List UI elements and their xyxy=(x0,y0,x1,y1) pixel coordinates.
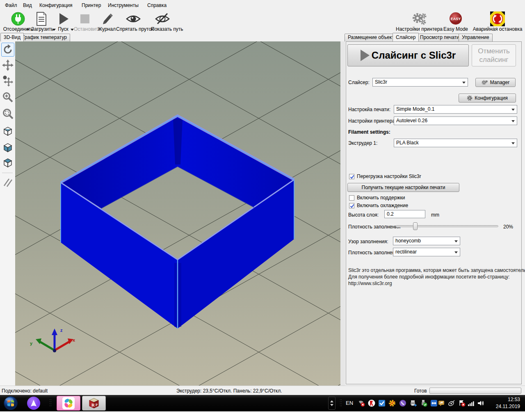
chevron-down-icon xyxy=(511,120,515,122)
tray-teamviewer-icon[interactable] xyxy=(430,399,438,407)
move-icon[interactable] xyxy=(1,58,14,72)
menu-config[interactable]: Конфигурация xyxy=(38,2,74,9)
filament-settings-heading: Filament settings: xyxy=(348,129,390,135)
chevron-down-icon xyxy=(454,251,458,253)
tray-device-blocked-icon[interactable] xyxy=(358,399,365,407)
zoom-in-icon[interactable] xyxy=(1,90,14,104)
3d-viewport[interactable]: x y z xyxy=(15,41,340,386)
menu-file[interactable]: Файл xyxy=(3,2,19,9)
slicer-panel: Слайсинг с Slic3r Отменить слайсинг Слай… xyxy=(345,41,525,386)
svg-text:z: z xyxy=(60,328,63,333)
document-icon xyxy=(35,11,48,26)
progress-bar xyxy=(429,388,521,394)
menu-help[interactable]: Справка xyxy=(146,2,168,9)
clock-time: 12:53 xyxy=(496,396,520,403)
fetch-print-settings-button[interactable]: Получить текущие настройки печати xyxy=(347,183,459,192)
view-iso-icon[interactable] xyxy=(1,124,14,138)
svg-text:EASY: EASY xyxy=(451,17,461,21)
override-slic3r-checkbox[interactable]: Перегрузка настройки Slic3r xyxy=(349,173,421,179)
tab-3d-view[interactable]: 3D-Вид xyxy=(0,33,24,41)
zoom-fit-icon[interactable] xyxy=(1,107,14,121)
load-button[interactable]: Загрузить xyxy=(31,11,52,32)
view-tool-strip xyxy=(0,41,15,386)
tray-network-error-icon[interactable] xyxy=(458,399,466,407)
tray-scroll-buttons[interactable] xyxy=(328,397,336,410)
tray-printer-share-icon[interactable] xyxy=(410,399,417,407)
slice-button[interactable]: Слайсинг с Slic3r xyxy=(347,44,469,66)
slice-play-icon xyxy=(361,50,370,61)
tab-manual-control[interactable]: Управление xyxy=(459,34,493,41)
view-top-icon[interactable] xyxy=(1,156,14,170)
tray-usb-safe-icon[interactable] xyxy=(420,399,427,407)
show-travel-button[interactable]: Показать путь xyxy=(151,11,174,32)
disconnect-button[interactable]: Отсоединить xyxy=(1,11,35,32)
taskbar-clock[interactable]: 12:53 24.11.2019 xyxy=(496,396,520,410)
infill-density-value: 20% xyxy=(503,224,513,230)
cancel-slice-button[interactable]: Отменить слайсинг xyxy=(472,44,516,66)
layer-height-input[interactable] xyxy=(384,210,425,218)
windows-start-icon xyxy=(3,396,18,411)
solid-pattern-select[interactable]: rectilinear xyxy=(393,248,460,256)
tray-chat-icon[interactable] xyxy=(438,399,445,407)
tray-volume-icon[interactable] xyxy=(477,399,484,407)
pinned-app-button[interactable] xyxy=(57,396,80,411)
printer-settings-button[interactable]: Настройки принтера xyxy=(392,11,446,32)
bottom-blank-strip xyxy=(0,411,525,420)
start-dropdown-arrow[interactable] xyxy=(71,29,74,31)
clock-date: 24.11.2019 xyxy=(496,403,520,410)
start-menu-button[interactable] xyxy=(2,396,19,411)
disconnect-dropdown-arrow[interactable] xyxy=(26,29,30,31)
emergency-stop-button[interactable]: Аварийная остановка xyxy=(471,11,524,32)
stop-button[interactable]: Остановить xyxy=(74,11,96,32)
tray-grip[interactable] xyxy=(340,399,342,408)
manager-button[interactable]: Manager xyxy=(475,78,516,87)
view-front-icon[interactable] xyxy=(1,141,14,155)
tab-slicer[interactable]: Слайсер xyxy=(393,33,419,41)
enable-supports-checkbox[interactable]: Включить поддержки xyxy=(349,195,405,201)
hide-filament-button[interactable]: Спрятать пруток xyxy=(116,11,151,32)
chevron-down-icon xyxy=(511,142,515,144)
move-object-icon[interactable] xyxy=(1,74,14,88)
yandex-alice-button[interactable] xyxy=(25,396,42,411)
infill-pattern-select[interactable]: honeycomb xyxy=(393,237,460,245)
tray-satellite-icon[interactable] xyxy=(448,399,455,407)
menu-view[interactable]: Вид xyxy=(21,2,34,9)
tab-print-preview[interactable]: Просмотр печати xyxy=(417,34,463,41)
tray-mail-icon[interactable] xyxy=(378,399,386,407)
slic3r-info-line-3: http://www.slic3r.org xyxy=(348,281,392,286)
checkbox-checked-icon xyxy=(349,203,354,208)
slicer-select[interactable]: Slic3r xyxy=(372,78,468,87)
printer-setting-select[interactable]: Autolevel 0.26 xyxy=(394,116,517,125)
menu-printer[interactable]: Принтер xyxy=(80,2,103,9)
tray-yandex-browser-icon[interactable] xyxy=(368,399,375,407)
configuration-gear-icon xyxy=(467,95,472,101)
tray-signal-bars-icon[interactable] xyxy=(468,399,475,407)
repetier-host-taskbar-button[interactable]: R P xyxy=(82,396,106,411)
printer-setting-label: Настройки принтера: xyxy=(348,118,396,124)
tab-temperature-graph[interactable]: График температур xyxy=(19,34,70,41)
svg-text:R: R xyxy=(91,402,95,407)
load-dropdown-arrow[interactable] xyxy=(52,29,56,31)
menu-tools[interactable]: Инструменты xyxy=(106,2,140,9)
parallel-projection-icon[interactable] xyxy=(1,175,14,189)
start-button[interactable]: Пуск xyxy=(56,11,70,32)
log-button[interactable]: Журнал xyxy=(98,11,116,32)
extruder1-select[interactable]: PLA Black xyxy=(394,139,517,147)
infill-density-slider-track[interactable] xyxy=(396,225,498,227)
language-indicator[interactable]: EN xyxy=(346,400,353,406)
configuration-button[interactable]: Конфигурация xyxy=(459,94,516,103)
panel-splitter[interactable] xyxy=(340,41,345,386)
slic3r-info-line-1: Slic3r это отдельная программа, которая … xyxy=(348,267,525,273)
enable-cooling-checkbox[interactable]: Включить охлаждение xyxy=(349,203,408,208)
infill-density-slider-thumb[interactable] xyxy=(413,222,418,230)
extruder1-label: Экструдер 1: xyxy=(348,140,377,146)
ready-status: Готов xyxy=(414,388,427,394)
tray-viber-icon[interactable] xyxy=(399,399,406,407)
rotate-icon[interactable] xyxy=(1,43,14,57)
tray-updater-gear-icon[interactable] xyxy=(388,399,396,407)
solid-pattern-label: Плотность заполнени xyxy=(348,250,398,256)
print-setting-select[interactable]: Simple Mode_0.1 xyxy=(394,105,517,114)
easy-mode-button[interactable]: EASY Easy Mode xyxy=(442,11,469,32)
tab-object-placement[interactable]: Размещение объекта xyxy=(345,34,400,41)
taskbar-grip[interactable] xyxy=(49,399,52,408)
